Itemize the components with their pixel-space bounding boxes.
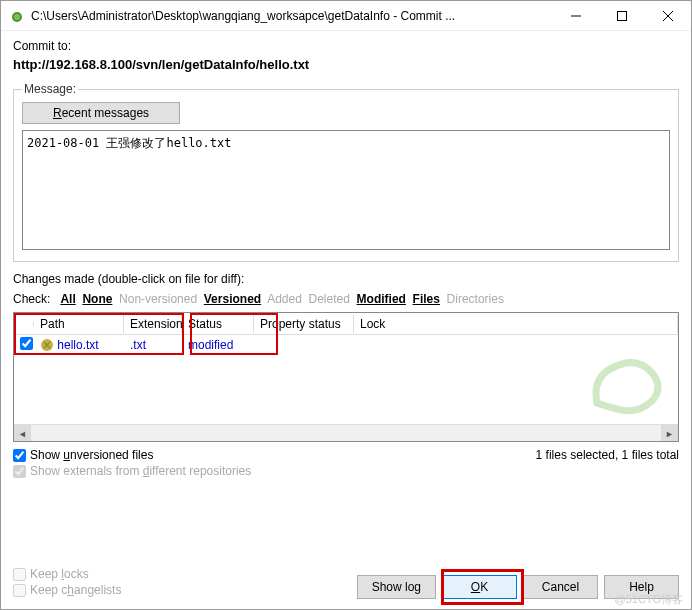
svg-point-1 [14,14,20,20]
file-list-header: Path Extension Status Property status Lo… [14,313,678,335]
file-name: hello.txt [57,338,98,352]
show-log-button[interactable]: Show log [357,575,436,599]
file-extension: .txt [124,338,182,352]
filter-nonversioned: Non-versioned [119,292,197,306]
message-legend: Message: [22,82,78,96]
dialog-content: Commit to: http://192.168.8.100/svn/len/… [1,31,691,492]
show-externals-row: Show externals from different repositori… [13,464,251,478]
show-unversioned-checkbox[interactable] [13,449,26,462]
show-externals-label: Show externals from different repositori… [30,464,251,478]
selection-status: 1 files selected, 1 files total [536,448,679,480]
titlebar: C:\Users\Administrator\Desktop\wangqiang… [1,1,691,31]
file-icon [40,338,54,352]
svg-rect-3 [618,11,627,20]
col-status[interactable]: Status [182,315,254,333]
keep-changelists-row: Keep changelists [13,583,121,597]
keep-changelists-checkbox [13,584,26,597]
filter-deleted: Deleted [309,292,350,306]
filter-versioned[interactable]: Versioned [204,292,261,306]
maximize-button[interactable] [599,1,645,31]
recent-messages-button[interactable]: Recent messages [22,102,180,124]
show-unversioned-label: Show unversioned files [30,448,153,462]
col-property-status[interactable]: Property status [254,315,354,333]
changes-label: Changes made (double-click on file for d… [13,272,679,286]
minimize-button[interactable] [553,1,599,31]
keep-locks-checkbox [13,568,26,581]
show-externals-checkbox [13,465,26,478]
close-button[interactable] [645,1,691,31]
file-checkbox[interactable] [20,337,33,350]
filter-none[interactable]: None [82,292,112,306]
horizontal-scrollbar[interactable]: ◄ ► [14,424,678,441]
filter-modified[interactable]: Modified [357,292,406,306]
check-filter-row: Check: All None Non-versioned Versioned … [13,290,679,308]
col-extension[interactable]: Extension [124,315,182,333]
commit-url: http://192.168.8.100/svn/len/getDataInfo… [13,57,679,72]
filter-files[interactable]: Files [413,292,440,306]
col-lock[interactable]: Lock [354,315,678,333]
tortoise-watermark-icon [582,343,672,423]
keep-locks-row: Keep locks [13,567,121,581]
cancel-button[interactable]: Cancel [523,575,598,599]
filter-all[interactable]: All [60,292,75,306]
keep-changelists-label: Keep changelists [30,583,121,597]
scroll-left-icon[interactable]: ◄ [14,425,31,442]
show-unversioned-row: Show unversioned files [13,448,251,462]
col-path[interactable]: Path [34,315,124,333]
filter-added: Added [267,292,302,306]
tortoise-icon [9,8,25,24]
keep-locks-label: Keep locks [30,567,89,581]
file-list[interactable]: Path Extension Status Property status Lo… [13,312,679,442]
message-group: Message: Recent messages [13,82,679,262]
file-row[interactable]: hello.txt .txt modified [14,335,678,355]
filter-directories: Directories [447,292,504,306]
footer-watermark: @51CTO博客 [615,592,683,607]
ok-button[interactable]: OK [442,575,517,599]
window-title: C:\Users\Administrator\Desktop\wangqiang… [31,9,553,23]
bottom-bar: Keep locks Keep changelists Show log OK … [13,567,679,599]
commit-message-input[interactable] [22,130,670,250]
commit-to-label: Commit to: [13,39,679,53]
file-status: modified [182,338,254,352]
scroll-right-icon[interactable]: ► [661,425,678,442]
